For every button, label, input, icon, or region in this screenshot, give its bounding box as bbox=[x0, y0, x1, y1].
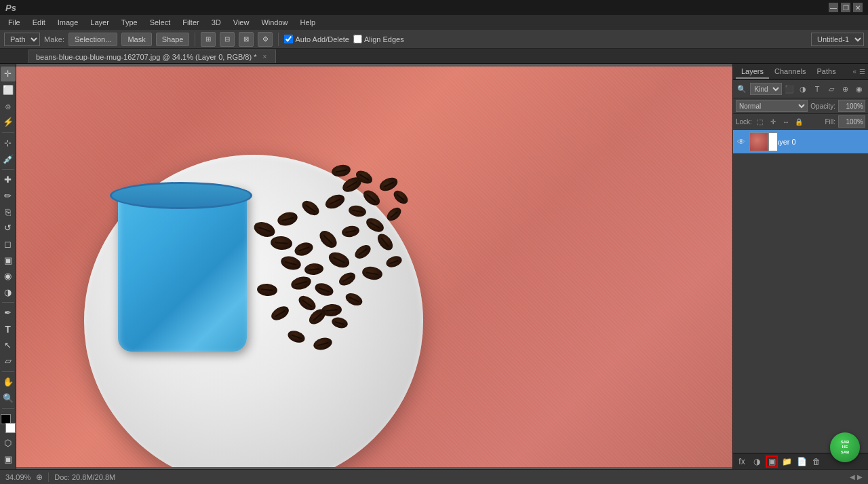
transform-icon-3[interactable]: ⊠ bbox=[239, 32, 254, 47]
select-rect-tool-btn[interactable]: ⬜ bbox=[1, 83, 16, 98]
menu-item-layer[interactable]: Layer bbox=[85, 17, 115, 28]
create-folder-button[interactable]: 📁 bbox=[781, 455, 793, 468]
shape-tool-btn[interactable]: ▱ bbox=[1, 354, 16, 369]
fill-input[interactable] bbox=[838, 115, 865, 128]
background-color[interactable] bbox=[5, 423, 16, 433]
quick-mask-btn[interactable]: ⬡ bbox=[1, 436, 16, 451]
toolbar-divider-1 bbox=[2, 132, 14, 133]
lock-all-icon[interactable]: 🔒 bbox=[793, 116, 804, 127]
blend-mode-select[interactable]: Normal bbox=[736, 100, 808, 112]
align-edges-label[interactable]: Align Edges bbox=[353, 35, 404, 43]
color-swatches[interactable] bbox=[1, 414, 16, 433]
workspace-select[interactable]: Untitled-1 bbox=[811, 33, 864, 46]
layer-kind-select[interactable]: Kind bbox=[750, 83, 782, 95]
selection-button[interactable]: Selection... bbox=[68, 33, 117, 46]
layer-fx-button[interactable]: fx bbox=[736, 455, 748, 468]
menu-item-window[interactable]: Window bbox=[256, 17, 293, 28]
tab-channels[interactable]: Channels bbox=[769, 65, 811, 79]
healing-tool-btn[interactable]: ✚ bbox=[1, 172, 16, 187]
layer-visibility-toggle[interactable]: 👁 bbox=[736, 136, 747, 147]
quick-select-tool-btn[interactable]: ⚡ bbox=[1, 115, 16, 130]
eraser-tool-btn[interactable]: ◻ bbox=[1, 237, 16, 252]
app-logo: Ps bbox=[5, 3, 16, 13]
auto-add-remove-checkbox[interactable] bbox=[284, 35, 293, 43]
filter-pixel-icon[interactable]: ⬛ bbox=[783, 82, 796, 96]
eyedropper-tool-btn[interactable]: 💉 bbox=[1, 151, 16, 166]
lock-checkerboard-icon[interactable]: ⬚ bbox=[755, 116, 766, 127]
doc-tab-filename: beans-blue-cup-blue-mug-162707.jpg @ 34.… bbox=[36, 53, 256, 61]
mask-button[interactable]: Mask bbox=[121, 33, 151, 46]
menu-item-file[interactable]: File bbox=[3, 17, 26, 28]
clone-stamp-tool-btn[interactable]: ⎘ bbox=[1, 204, 16, 219]
lock-label: Lock: bbox=[736, 118, 752, 126]
menu-item-filter[interactable]: Filter bbox=[177, 17, 204, 28]
close-button[interactable]: ✕ bbox=[853, 3, 863, 12]
make-label: Make: bbox=[44, 35, 64, 43]
doc-size: Doc: 20.8M/20.8M bbox=[54, 473, 115, 481]
menu-item-view[interactable]: View bbox=[228, 17, 255, 28]
hand-tool-btn[interactable]: ✋ bbox=[1, 375, 16, 390]
create-group-button[interactable]: ▣ bbox=[766, 455, 778, 468]
filter-adj-icon[interactable]: ◑ bbox=[797, 82, 810, 96]
gradient-tool-btn[interactable]: ▣ bbox=[1, 253, 16, 267]
toolbar-divider-4 bbox=[2, 371, 14, 372]
canvas-area[interactable] bbox=[16, 64, 732, 469]
toolbar-divider-3 bbox=[2, 302, 14, 303]
tab-paths[interactable]: Paths bbox=[812, 65, 842, 79]
align-edges-checkbox[interactable] bbox=[353, 35, 362, 43]
menu-item-select[interactable]: Select bbox=[144, 17, 176, 28]
brush-tool-btn[interactable]: ✏ bbox=[1, 189, 16, 204]
delete-layer-button[interactable]: 🗑 bbox=[810, 455, 823, 468]
pen-tool-btn[interactable]: ✒ bbox=[1, 305, 16, 320]
move-tool-btn[interactable]: ✛ bbox=[1, 67, 16, 81]
history-brush-tool-btn[interactable]: ↺ bbox=[1, 221, 16, 236]
layer-row[interactable]: 👁 Layer 0 bbox=[733, 130, 868, 154]
menu-item-3d[interactable]: 3D bbox=[206, 17, 226, 28]
shape-button[interactable]: Shape bbox=[156, 33, 190, 46]
filter-smart-icon[interactable]: ⊕ bbox=[839, 82, 852, 96]
title-bar: Ps — ❐ ✕ bbox=[0, 0, 868, 15]
layers-list[interactable]: 👁 Layer 0 bbox=[733, 130, 868, 453]
transform-icon-1[interactable]: ⊞ bbox=[201, 32, 216, 47]
opacity-label: Opacity: bbox=[810, 103, 835, 110]
menu-item-edit[interactable]: Edit bbox=[27, 17, 51, 28]
opacity-input[interactable] bbox=[838, 100, 865, 112]
panel-menu-btn[interactable]: ☰ bbox=[859, 68, 865, 75]
path-settings-icon[interactable]: ⚙ bbox=[258, 32, 273, 47]
type-tool-btn[interactable]: T bbox=[1, 322, 16, 337]
filter-type-icon[interactable]: T bbox=[811, 82, 824, 96]
blur-tool-btn[interactable]: ◉ bbox=[1, 269, 16, 284]
screen-mode-btn[interactable]: ▣ bbox=[1, 451, 16, 466]
doc-tab-close[interactable]: × bbox=[260, 53, 269, 61]
nav-arrows[interactable]: ◀ ▶ bbox=[850, 473, 863, 481]
minimize-button[interactable]: — bbox=[829, 3, 838, 12]
crop-tool-btn[interactable]: ⊹ bbox=[1, 136, 16, 151]
create-adj-layer-button[interactable]: ◑ bbox=[751, 455, 763, 468]
document-tab[interactable]: beans-blue-cup-blue-mug-162707.jpg @ 34.… bbox=[28, 50, 276, 63]
path-select-tool-btn[interactable]: ↖ bbox=[1, 337, 16, 352]
panel-collapse-btn[interactable]: « bbox=[852, 68, 856, 75]
auto-add-remove-label[interactable]: Auto Add/Delete bbox=[284, 35, 349, 43]
tab-bar: beans-blue-cup-blue-mug-162707.jpg @ 34.… bbox=[0, 49, 868, 64]
menu-item-type[interactable]: Type bbox=[116, 17, 143, 28]
filter-toggle[interactable]: ◉ bbox=[852, 82, 865, 96]
lasso-tool-btn[interactable]: ⌾ bbox=[1, 98, 16, 113]
canvas-background bbox=[16, 64, 732, 469]
menu-item-image[interactable]: Image bbox=[52, 17, 84, 28]
lock-artboard-icon[interactable]: ↔ bbox=[781, 116, 791, 127]
dodge-tool-btn[interactable]: ◑ bbox=[1, 285, 16, 300]
right-panels: Layers Channels Paths « ☰ 🔍 Kind ⬛ ◑ T ▱… bbox=[732, 64, 868, 469]
layer-thumbnail-preview bbox=[750, 133, 768, 151]
restore-button[interactable]: ❐ bbox=[841, 3, 850, 12]
zoom-level: 34.09% bbox=[5, 473, 31, 481]
create-layer-button[interactable]: 📄 bbox=[795, 455, 808, 468]
lock-move-icon[interactable]: ✛ bbox=[768, 116, 778, 127]
transform-icon-2[interactable]: ⊟ bbox=[220, 32, 235, 47]
zoom-tool-btn[interactable]: 🔍 bbox=[1, 390, 16, 405]
separator bbox=[195, 33, 195, 46]
tab-layers[interactable]: Layers bbox=[736, 65, 769, 79]
main-area: ✛ ⬜ ⌾ ⚡ ⊹ 💉 ✚ ✏ ⎘ ↺ ◻ ▣ ◉ ◑ ✒ T ↖ ▱ ✋ 🔍 … bbox=[0, 64, 868, 469]
path-type-select[interactable]: Path bbox=[4, 33, 40, 46]
menu-item-help[interactable]: Help bbox=[295, 17, 321, 28]
filter-shape-icon[interactable]: ▱ bbox=[825, 82, 837, 96]
